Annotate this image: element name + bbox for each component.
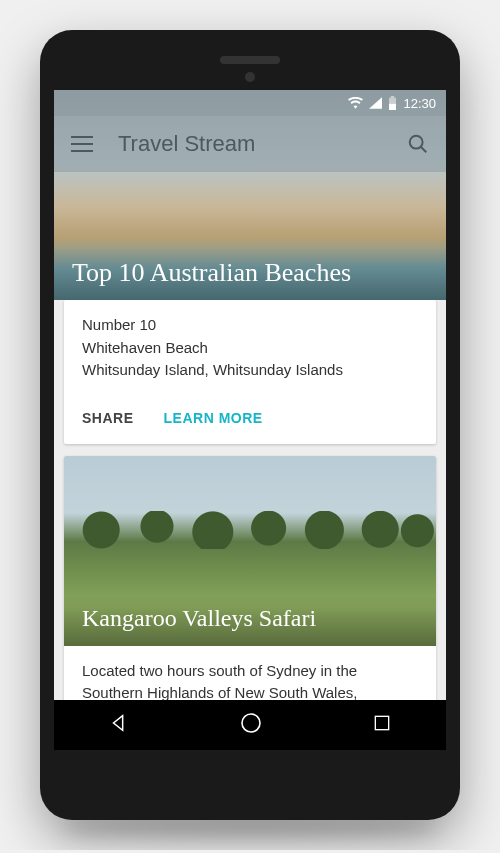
trees-decoration — [64, 511, 436, 549]
card-title: Kangaroo Valleys Safari — [64, 595, 436, 646]
card-actions: SHARE LEARN MORE — [64, 396, 436, 444]
card: Number 10 Whitehaven Beach Whitsunday Is… — [64, 300, 436, 444]
screen: 12:30 Travel Stream Top 10 Australian Be… — [54, 90, 446, 750]
search-icon[interactable] — [404, 130, 432, 158]
cell-signal-icon — [369, 97, 382, 109]
status-bar: 12:30 — [54, 90, 446, 116]
card-body-line: Number 10 — [82, 314, 418, 337]
share-button[interactable]: SHARE — [76, 404, 140, 432]
menu-icon[interactable] — [68, 130, 96, 158]
home-icon[interactable] — [239, 711, 263, 739]
status-time: 12:30 — [403, 96, 436, 111]
phone-frame: 12:30 Travel Stream Top 10 Australian Be… — [40, 30, 460, 820]
svg-rect-2 — [375, 716, 388, 729]
recents-icon[interactable] — [372, 713, 392, 737]
card-body-line: Whitsunday Island, Whitsunday Islands — [82, 359, 418, 382]
card-image: Kangaroo Valleys Safari — [64, 456, 436, 646]
android-nav-bar — [54, 700, 446, 750]
card-title: Top 10 Australian Beaches — [54, 248, 446, 300]
back-icon[interactable] — [108, 712, 130, 738]
phone-camera — [245, 72, 255, 82]
app-bar: Travel Stream — [54, 116, 446, 172]
battery-icon — [388, 96, 397, 110]
app-title: Travel Stream — [118, 131, 382, 157]
learn-more-button[interactable]: LEARN MORE — [158, 404, 269, 432]
phone-speaker — [220, 56, 280, 64]
svg-point-1 — [242, 714, 260, 732]
svg-point-0 — [410, 136, 423, 149]
card-image: 12:30 Travel Stream Top 10 Australian Be… — [54, 90, 446, 300]
wifi-icon — [348, 97, 363, 109]
card-body: Number 10 Whitehaven Beach Whitsunday Is… — [64, 300, 436, 396]
card-body-line: Whitehaven Beach — [82, 337, 418, 360]
